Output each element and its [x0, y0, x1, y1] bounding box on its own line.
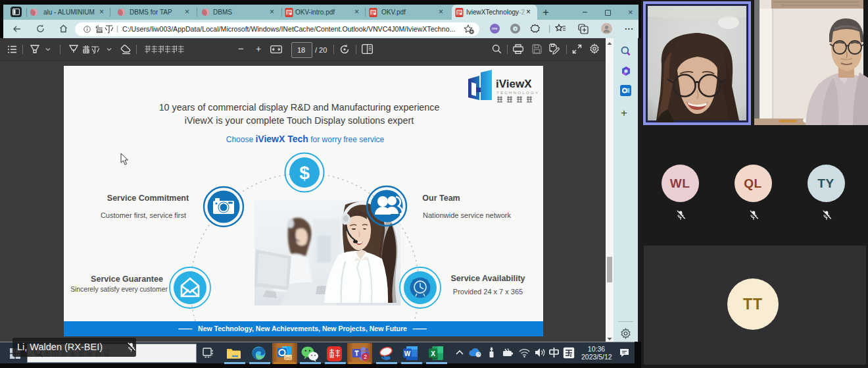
svg-text:W: W — [404, 350, 411, 357]
svg-text:2: 2 — [364, 354, 367, 360]
svg-text:X: X — [431, 350, 435, 357]
svg-text:$: $ — [299, 163, 310, 183]
